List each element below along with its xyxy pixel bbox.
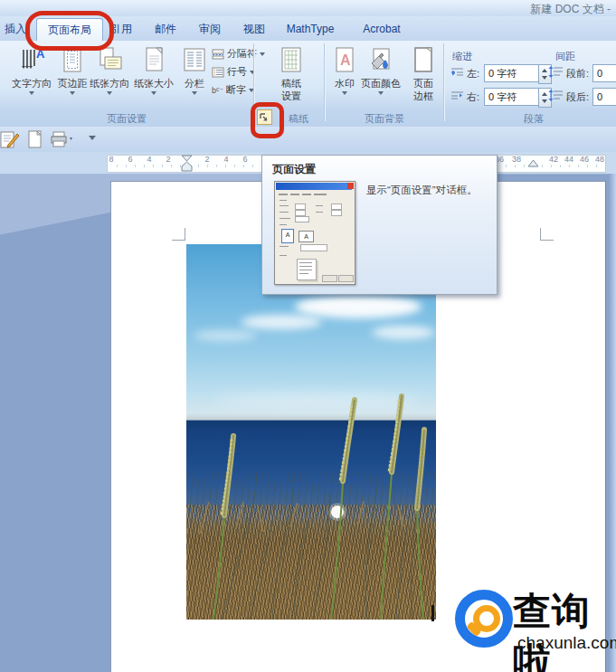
thumb-cancel-button xyxy=(338,275,354,282)
hyphenation-icon: bᶜ⁻ xyxy=(212,86,223,95)
crop-mark-top-right xyxy=(540,240,554,241)
margins-button[interactable]: 页边距 xyxy=(52,45,92,95)
watermark-brand-text: 查询啦 xyxy=(513,586,616,672)
new-document-icon[interactable] xyxy=(27,130,43,148)
spacing-after-icon xyxy=(548,90,564,102)
breaks-button[interactable]: 分隔符 xyxy=(212,47,265,62)
page-color-button[interactable]: 页面颜色 xyxy=(360,45,402,95)
thumb-landscape-icon: A xyxy=(299,231,314,242)
page-borders-icon xyxy=(409,45,438,74)
spacing-before-icon xyxy=(548,66,564,79)
crop-mark-top-left xyxy=(172,240,185,241)
edit-document-icon[interactable] xyxy=(0,130,20,148)
ruler-number: 4 xyxy=(220,155,232,164)
page-borders-button[interactable]: 页面 边框 xyxy=(403,45,443,101)
ruler-number: 38 xyxy=(510,155,523,164)
spinner-down-icon[interactable] xyxy=(542,76,547,80)
chevron-down-icon xyxy=(29,91,34,95)
spinner-up-icon[interactable] xyxy=(542,92,547,96)
chaxunla-logo-icon xyxy=(455,590,513,648)
page-break-icon xyxy=(212,49,224,60)
manuscript-grid-icon xyxy=(277,45,306,74)
chevron-down-icon xyxy=(378,91,384,95)
ruler-number: 6 xyxy=(239,155,251,164)
indent-left-label: 左: xyxy=(467,67,479,80)
spacing-after-input[interactable]: 0 xyxy=(592,88,616,106)
group-label-page-background: 页面背景 xyxy=(327,112,441,124)
tab-mailings[interactable]: 邮件 xyxy=(150,20,181,39)
ruler-number: 8 xyxy=(105,155,118,164)
indent-left-icon xyxy=(450,68,464,78)
grass-stalks-overlay xyxy=(186,244,436,620)
chevron-down-icon xyxy=(260,52,265,56)
columns-icon xyxy=(180,45,209,74)
ruler-number: 4 xyxy=(143,155,156,164)
tab-view[interactable]: 视图 xyxy=(239,20,270,39)
annotation-circle-dialog-launcher xyxy=(251,102,284,138)
svg-text:A: A xyxy=(340,52,351,68)
thumb-title-bar xyxy=(276,183,352,190)
crop-mark-top-left xyxy=(185,228,185,241)
indent-right-icon xyxy=(450,91,464,101)
tab-mathtype[interactable]: MathType xyxy=(282,20,338,39)
spacing-before-label: 段前: xyxy=(566,67,589,80)
page-setup-tooltip: 页面设置 显示“页面设置”对话框。 A A xyxy=(261,155,498,295)
quick-access-toolbar xyxy=(0,127,616,153)
thumb-portrait-icon: A xyxy=(281,229,294,243)
watermark-icon: A xyxy=(330,45,359,74)
line-numbers-icon xyxy=(212,67,224,78)
indent-right-label: 右: xyxy=(467,90,479,104)
group-separator xyxy=(443,43,445,121)
spacing-before-input[interactable]: 0 xyxy=(592,64,616,82)
group-separator xyxy=(324,43,326,121)
chevron-down-icon xyxy=(342,91,347,95)
thumb-ok-button xyxy=(322,275,337,282)
group-label-page-setup: 页面设置 xyxy=(54,112,199,124)
columns-button[interactable]: 分栏 xyxy=(177,45,212,95)
spacing-after-label: 段后: xyxy=(566,90,589,104)
tooltip-body: 显示“页面设置”对话框。 xyxy=(366,184,478,197)
indent-section-label: 缩进 xyxy=(452,50,472,63)
ruler-number: 44 xyxy=(563,155,575,164)
ruler-number: 42 xyxy=(547,155,560,164)
indent-right-input[interactable]: 0 字符 xyxy=(484,88,540,106)
tab-acrobat[interactable]: Acrobat xyxy=(356,20,407,39)
chevron-down-icon xyxy=(151,91,156,95)
crop-mark-top-right xyxy=(540,228,541,241)
tab-review[interactable]: 审阅 xyxy=(194,20,225,39)
group-label-paragraph: 段落 xyxy=(470,112,597,124)
spinner-down-icon[interactable] xyxy=(542,99,547,103)
ruler-number: 2 xyxy=(201,155,213,164)
orientation-button[interactable]: 纸张方向 xyxy=(89,45,130,95)
manuscript-setup-button[interactable]: 稿纸 设置 xyxy=(271,45,311,101)
indent-left-input[interactable]: 0 字符 xyxy=(484,64,540,82)
paper-size-icon xyxy=(139,45,168,74)
ruler-number: 2 xyxy=(162,155,175,164)
hyphenation-button[interactable]: bᶜ⁻ 断字 xyxy=(212,83,254,98)
line-numbers-button[interactable]: 行号 xyxy=(212,65,255,80)
ruler-number: 46 xyxy=(578,155,591,164)
ribbon: A 文字方向 页边距 纸张方向 纸张大小 xyxy=(0,41,616,128)
chevron-down-icon xyxy=(192,91,197,95)
right-indent-marker[interactable] xyxy=(527,158,539,167)
tooltip-title: 页面设置 xyxy=(272,162,316,177)
inline-photo-beach[interactable] xyxy=(186,244,436,620)
ruler-number: 48 xyxy=(593,155,606,164)
page-setup-dialog-thumbnail: A A xyxy=(274,181,355,285)
chevron-down-icon xyxy=(107,91,112,95)
ruler-number: 6 xyxy=(124,155,137,164)
spacing-section-label: 间距 xyxy=(555,50,575,63)
document-title: 新建 DOC 文档 - xyxy=(530,2,611,17)
indent-marker[interactable] xyxy=(181,155,193,172)
spinner-up-icon[interactable] xyxy=(542,69,547,72)
print-icon[interactable] xyxy=(51,131,74,147)
paper-size-button[interactable]: 纸张大小 xyxy=(132,45,175,95)
watermark-button[interactable]: A 水印 xyxy=(327,45,362,95)
watermark-domain-text: chaxunla.com xyxy=(517,633,616,653)
thumb-close-icon xyxy=(347,183,354,189)
page-color-icon xyxy=(366,45,395,74)
text-cursor xyxy=(431,605,434,621)
toolbar-overflow-chevron-icon[interactable] xyxy=(89,136,96,140)
text-direction-button[interactable]: A 文字方向 xyxy=(7,45,56,95)
chevron-down-icon xyxy=(70,91,75,95)
